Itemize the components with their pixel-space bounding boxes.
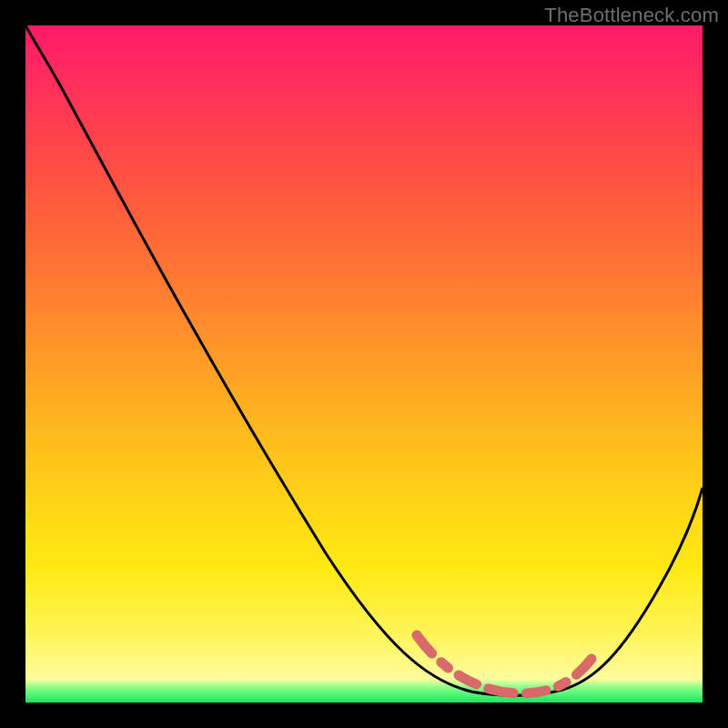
watermark-text: TheBottleneck.com xyxy=(544,4,719,27)
bottleneck-curve-path xyxy=(25,25,703,695)
optimal-range-swoosh-path xyxy=(417,635,592,693)
plot-area xyxy=(25,25,703,703)
chart-svg xyxy=(25,25,703,703)
chart-frame: TheBottleneck.com xyxy=(0,0,728,728)
